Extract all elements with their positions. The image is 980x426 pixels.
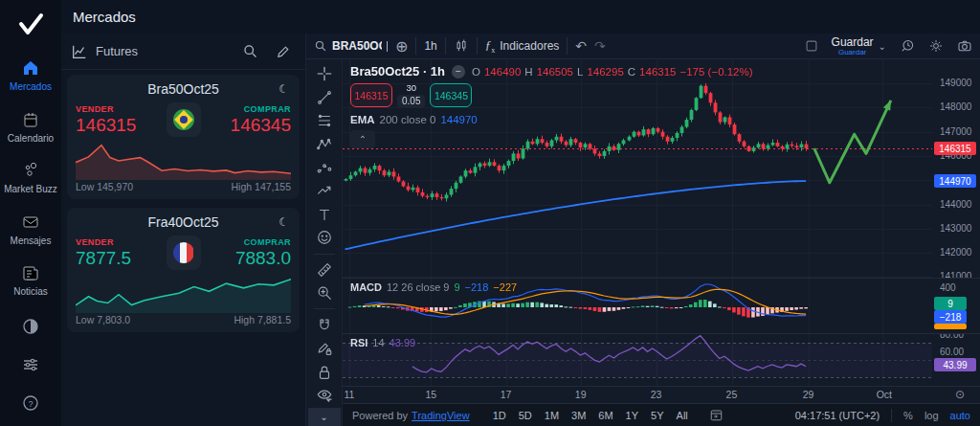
price-axis[interactable]: 1490001480001470001460001450001440001430… [932, 59, 980, 278]
ohlc-values: O146490 H146505 L146295 C146315 −175 (−0… [472, 66, 753, 78]
help-icon[interactable]: ? [21, 393, 40, 413]
rsi-canvas[interactable] [343, 334, 932, 386]
xabcd-pattern-tool[interactable] [311, 133, 338, 154]
macd-axis[interactable]: 4009−218 [932, 279, 980, 333]
watchlist-card-fra40[interactable]: Fra40Oct25 ☾ VENDER 7877.5 COMPRAR [67, 208, 300, 332]
drawing-lock-tool[interactable] [311, 338, 338, 359]
legend-collapse-button[interactable]: ⌃ [350, 130, 375, 148]
magnet-tool[interactable] [311, 314, 338, 335]
theme-toggle-icon[interactable] [21, 317, 40, 336]
home-icon [21, 58, 40, 78]
watchlist-header: Futures [61, 34, 305, 70]
text-tool[interactable] [311, 204, 338, 225]
range-button-1d[interactable]: 1D [493, 410, 506, 421]
macd-signal-value: −227 [493, 281, 517, 293]
buy-quote[interactable]: COMPRAR 7883.0 [201, 237, 292, 269]
macd-value-badge: −218 [934, 310, 967, 324]
auto-scale-button[interactable]: auto [950, 410, 970, 421]
trend-line-tool[interactable] [311, 86, 338, 107]
scroll-to-realtime-icon[interactable]: ⊙ [955, 388, 965, 401]
range-button-3m[interactable]: 3M [571, 410, 586, 421]
sell-quote[interactable]: VENDER 146315 [76, 104, 167, 136]
save-layout-button[interactable]: Guardar Guardar ⌄ [832, 36, 886, 56]
watchlist-card-bra50[interactable]: Bra50Oct25 ☾ VENDER 146315 COMPRAR [67, 75, 300, 199]
macd-legend[interactable]: MACD 12 26 close 9 9 −218 −227 [350, 281, 517, 293]
sell-price: 7877.5 [76, 248, 167, 269]
rsi-axis[interactable]: 80.0060.0043.99 [932, 334, 980, 386]
prediction-tool[interactable] [311, 157, 338, 178]
alert-clock-icon[interactable] [900, 38, 915, 54]
percent-scale-button[interactable]: % [903, 410, 913, 421]
range-button-1m[interactable]: 1M [545, 410, 559, 421]
layout-select-icon[interactable] [805, 39, 818, 53]
watchlist-edit-button[interactable] [271, 42, 296, 61]
brazil-flag-icon [167, 102, 201, 137]
chart-line-icon [71, 43, 88, 60]
preferences-icon[interactable] [21, 355, 40, 374]
ema-legend[interactable]: EMA 200 close 0 144970 [350, 114, 478, 125]
candle-style-icon[interactable] [454, 38, 469, 54]
trade-buttons: 146315 30 0.05 146345 [350, 83, 472, 108]
emoji-tool[interactable] [311, 227, 338, 248]
sidebar-item-label: Mensajes [11, 235, 52, 247]
sidebar-item-label: Mercados [10, 81, 52, 93]
symbol-input[interactable]: BRA50OCT [332, 39, 382, 53]
sidebar-item-noticias[interactable]: Noticias [0, 255, 61, 306]
legend-hide-icon[interactable]: − [452, 65, 465, 78]
measure-ruler-tool[interactable] [311, 259, 338, 280]
interval-button[interactable]: 1h [424, 39, 436, 53]
sell-quote[interactable]: VENDER 7877.5 [76, 237, 167, 269]
indicators-button[interactable]: ƒx Indicadores [485, 37, 560, 55]
range-button-5y[interactable]: 5Y [651, 410, 663, 421]
sell-button[interactable]: 146315 [350, 83, 392, 107]
chart-toolbar: BRA50OCT ⊕ 1h ƒx Indicadores [306, 34, 980, 59]
legend-symbol[interactable]: Bra50Oct25 · 1h [350, 64, 445, 78]
range-button-all[interactable]: All [677, 410, 688, 421]
time-axis[interactable]: ⊙ 11151719232529Oct [343, 386, 980, 403]
time-tick: 17 [501, 389, 512, 400]
log-scale-button[interactable]: log [924, 410, 939, 421]
sidebar-item-calendario[interactable]: Calendario [0, 101, 61, 153]
svg-text:?: ? [28, 399, 33, 409]
drawing-tools-rail: ⌄ [306, 59, 343, 426]
powered-by-text: Powered by [352, 410, 408, 421]
go-to-date-icon[interactable] [709, 408, 724, 422]
high-value: High 147,155 [232, 181, 291, 192]
zoom-in-tool[interactable] [311, 282, 338, 303]
redo-icon[interactable]: ↷ [594, 38, 606, 54]
tick-size: 0.05 [397, 95, 425, 108]
time-tick: 25 [726, 389, 738, 400]
crosshair-tool[interactable] [311, 63, 338, 84]
chart-bottom-bar: Powered by TradingView 1D5D1M3M6M1Y5YAll… [343, 403, 980, 426]
sidebar-item-mercados[interactable]: Mercados [0, 50, 61, 101]
symbol-search-button[interactable]: BRA50OCT [314, 39, 388, 53]
rail-footer: ? [21, 317, 40, 426]
toolbar-collapse-button[interactable]: ⌄ [308, 408, 341, 426]
compare-add-icon[interactable]: ⊕ [395, 37, 408, 56]
tradingview-link[interactable]: TradingView [412, 410, 470, 421]
search-icon [314, 39, 327, 53]
undo-icon[interactable]: ↶ [575, 38, 587, 54]
sidebar-item-market-buzz[interactable]: Market Buzz [0, 152, 61, 204]
sidebar-item-mensajes[interactable]: Mensajes [0, 204, 61, 256]
arrow-marker-tool[interactable] [311, 180, 338, 201]
rsi-pane: RSI 14 43.99 80.0060.0043.99 [343, 333, 980, 386]
range-button-6m[interactable]: 6M [598, 410, 612, 421]
buy-quote[interactable]: COMPRAR 146345 [201, 104, 292, 136]
sidebar-item-label: Noticias [13, 286, 48, 298]
range-button-5d[interactable]: 5D [519, 410, 532, 421]
lock-all-tool[interactable] [311, 361, 338, 382]
gear-icon[interactable] [928, 38, 944, 54]
brand-logo[interactable] [0, 0, 61, 50]
chart-region: BRA50OCT ⊕ 1h ƒx Indicadores [306, 34, 980, 426]
camera-snapshot-icon[interactable] [957, 38, 972, 54]
page-title: Mercados [73, 9, 136, 25]
buy-button[interactable]: 146345 [430, 83, 472, 107]
session-clock[interactable]: 04:17:51 (UTC+2) [795, 410, 880, 421]
hide-drawings-tool[interactable] [311, 385, 338, 406]
market-buzz-icon [21, 161, 40, 180]
watchlist-search-button[interactable] [237, 41, 263, 61]
range-button-1y[interactable]: 1Y [626, 410, 638, 421]
rsi-legend[interactable]: RSI 14 43.99 [350, 337, 415, 348]
fib-retracement-tool[interactable] [311, 110, 338, 131]
